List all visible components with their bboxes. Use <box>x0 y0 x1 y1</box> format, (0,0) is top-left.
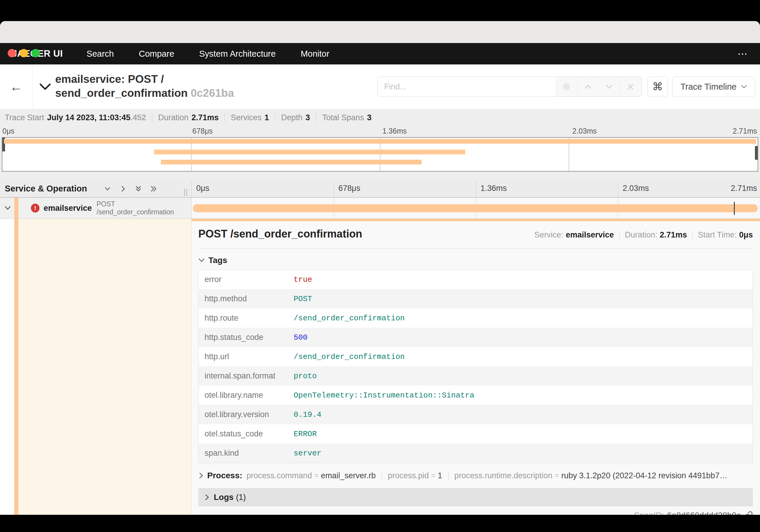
keyboard-shortcuts-button[interactable]: ⌘ <box>647 76 668 97</box>
nav-item-search[interactable]: Search <box>87 49 114 59</box>
process-items: process.command=email_server.rbprocess.p… <box>246 471 727 480</box>
span-operation-name: POST /send_order_confirmation <box>96 200 191 216</box>
trace-start-fraction: .452 <box>130 113 146 122</box>
trace-title-line1: emailservice: POST / <box>55 73 164 85</box>
span-duration-bar[interactable] <box>193 204 758 212</box>
collapse-deep-icon[interactable] <box>134 185 142 193</box>
chevron-right-icon <box>198 472 204 479</box>
span-detail-meta: Service: emailservice Duration: 2.71ms S… <box>534 230 753 240</box>
collapse-title-toggle[interactable] <box>39 65 51 109</box>
tag-row[interactable]: errortrue <box>199 270 753 289</box>
nav-overflow-icon[interactable]: ⋯ <box>737 48 748 60</box>
service-label: Service: <box>534 230 563 240</box>
tags-accordion-toggle[interactable]: Tags <box>198 255 753 266</box>
start-time-label: Start Time: <box>698 230 737 240</box>
trace-view-selector[interactable]: Trace Timeline <box>672 76 755 97</box>
chevron-down-icon <box>4 206 11 211</box>
process-key: process.command <box>246 471 312 480</box>
column-resize-grip[interactable] <box>184 189 187 196</box>
chevron-down-icon <box>198 258 205 263</box>
prev-match-button[interactable] <box>577 77 598 96</box>
expand-all-icon[interactable] <box>150 185 158 193</box>
bottom-letterbox <box>0 515 760 532</box>
tag-row[interactable]: http.route/send_order_confirmation <box>199 309 753 328</box>
timeline-tick-label: 2.03ms <box>623 184 649 193</box>
timeline-tick-label: 678μs <box>338 184 360 193</box>
nav-item-compare[interactable]: Compare <box>139 49 174 59</box>
collapse-all-icon[interactable] <box>104 185 111 193</box>
tag-key: http.status_code <box>205 333 294 342</box>
row-collapse-toggle[interactable] <box>4 206 11 211</box>
start-time-value: 0μs <box>739 230 753 240</box>
trace-minimap[interactable] <box>2 137 758 171</box>
equals-sign: = <box>555 471 559 480</box>
nav-item-system-architecture[interactable]: System Architecture <box>199 49 276 59</box>
depth-value: 3 <box>306 113 310 122</box>
duration-value: 2.71ms <box>660 230 687 240</box>
process-accordion-toggle[interactable]: Process: process.command=email_server.rb… <box>198 468 753 483</box>
browser-window: JAEGER UI SearchCompareSystem Architectu… <box>0 21 760 515</box>
clear-find-button[interactable] <box>620 77 641 96</box>
tag-key: internal.span.format <box>205 371 294 381</box>
tag-row[interactable]: span.kindserver <box>199 444 753 463</box>
locate-button[interactable] <box>556 77 577 96</box>
expand-one-icon[interactable] <box>119 185 127 193</box>
span-row-name-cell[interactable]: ! emailservice POST /send_order_confirma… <box>0 198 191 218</box>
process-item: process.runtime.description=ruby 3.1.2p2… <box>454 471 728 480</box>
tag-row[interactable]: http.status_code500 <box>199 328 753 347</box>
tag-value: POST <box>294 295 312 303</box>
link-icon[interactable] <box>744 511 753 515</box>
tag-value: 500 <box>294 333 308 342</box>
tag-key: http.method <box>205 294 294 303</box>
timeline-tick-label: 1.36ms <box>481 184 507 193</box>
span-log-marker[interactable] <box>734 202 735 215</box>
trace-start-value: July 14 2023, 11:03:45 <box>47 113 131 122</box>
back-arrow-icon: ← <box>10 80 23 93</box>
services-value: 1 <box>264 113 269 122</box>
service-operation-title: Service & Operation <box>5 184 87 194</box>
process-key: process.runtime.description <box>454 471 552 480</box>
back-button[interactable]: ← <box>0 65 33 109</box>
span-row[interactable]: ! emailservice POST /send_order_confirma… <box>0 198 760 219</box>
chevron-down-icon <box>39 83 51 91</box>
timeline-tick-label: 2.03ms <box>572 127 597 135</box>
process-item: process.command=email_server.rb <box>246 471 376 480</box>
tag-row[interactable]: otel.library.version0.19.4 <box>199 405 753 424</box>
span-row-timeline-cell[interactable] <box>191 198 760 218</box>
tag-key: span.kind <box>205 449 294 458</box>
find-group <box>377 76 641 97</box>
service-operation-header: Service & Operation <box>0 180 191 197</box>
process-value: email_server.rb <box>321 471 376 480</box>
find-input[interactable] <box>378 77 556 96</box>
close-window-button[interactable] <box>8 49 16 57</box>
timeline-tick-label: 678μs <box>192 127 213 135</box>
trace-duration: Duration 2.71ms <box>152 113 225 122</box>
process-value: 1 <box>438 471 442 480</box>
tag-value: server <box>294 449 321 458</box>
service-color-strip <box>14 219 19 515</box>
detail-left-column <box>0 219 191 515</box>
tag-key: otel.library.version <box>205 410 294 419</box>
minimize-window-button[interactable] <box>20 49 28 57</box>
timeline-gridline <box>476 198 476 218</box>
minimap-right-handle[interactable] <box>755 146 758 160</box>
tag-row[interactable]: http.methodPOST <box>199 289 753 309</box>
tag-value: ERROR <box>294 430 317 439</box>
timeline-tick-label: 1.36ms <box>382 127 407 135</box>
tag-key: otel.library.name <box>205 391 294 400</box>
next-match-button[interactable] <box>598 77 620 96</box>
nav-item-monitor[interactable]: Monitor <box>301 49 330 59</box>
logs-accordion-toggle[interactable]: Logs (1) <box>198 488 753 507</box>
header-controls: ⌘ Trace Timeline <box>377 76 755 97</box>
top-navbar: JAEGER UI SearchCompareSystem Architectu… <box>0 43 760 65</box>
services-label: Services <box>231 113 261 122</box>
tag-row[interactable]: otel.status_codeERROR <box>199 424 753 444</box>
tag-value: proto <box>294 372 317 381</box>
duration-label: Duration: <box>625 230 658 240</box>
zoom-window-button[interactable] <box>31 49 40 57</box>
span-detail-zone: POST /send_order_confirmation Service: e… <box>0 219 760 515</box>
trace-start: Trace Start July 14 2023, 11:03:45.452 <box>5 113 152 122</box>
tag-row[interactable]: http.url/send_order_confirmation <box>199 347 753 366</box>
tag-row[interactable]: otel.library.nameOpenTelemetry::Instrume… <box>199 386 753 405</box>
tag-row[interactable]: internal.span.formatproto <box>199 366 753 386</box>
